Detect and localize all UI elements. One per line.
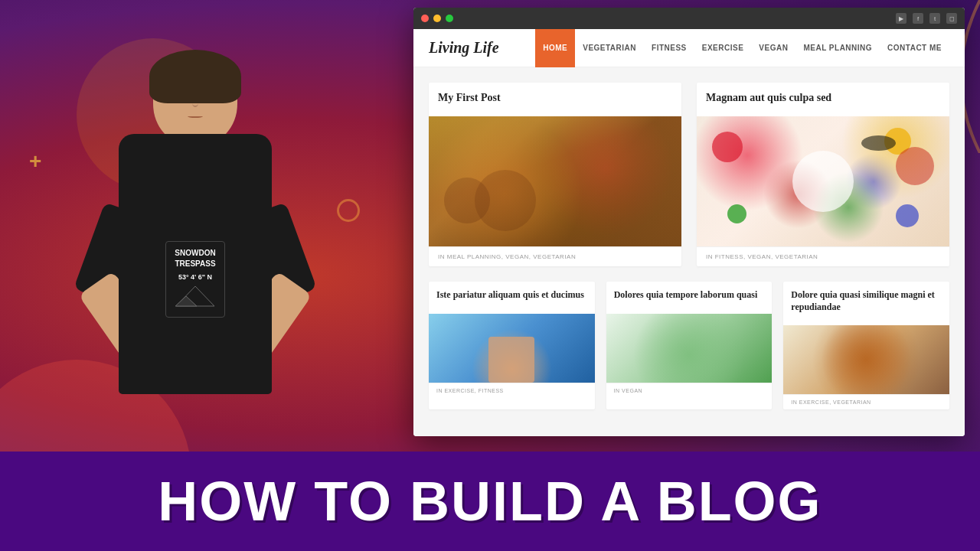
nav-meal-planning[interactable]: MEAL PLANNING (795, 29, 880, 67)
website-content: Living Life HOME VEGETARIAN FITNESS EXER… (413, 29, 965, 436)
small-post-1-title: Iste pariatur aliquam quis et ducimus (436, 289, 587, 302)
banner-text: HOW TO BUILD A BLOG (158, 470, 822, 533)
bottom-banner: HOW TO BUILD A BLOG (0, 452, 980, 551)
small-post-3-meta: IN EXERCISE, VEGETARIAN (783, 394, 949, 409)
featured-posts-row: My First Post IN MEAL PLANNING, VEGAN, V… (429, 83, 949, 266)
post-1-meta: IN MEAL PLANNING, VEGAN, VEGETARIAN (429, 246, 681, 266)
browser-social-icons: ▶ f t ◻ (896, 13, 957, 24)
small-post-1-meta: IN EXERCISE, FITNESS (429, 383, 595, 398)
nav-contact[interactable]: CONTACT ME (880, 29, 949, 67)
small-post-3-image (783, 325, 949, 394)
svg-marker-1 (175, 296, 197, 306)
featured-post-2[interactable]: Magnam aut quis culpa sed I (697, 83, 949, 266)
featured-post-1[interactable]: My First Post IN MEAL PLANNING, VEGAN, V… (429, 83, 681, 266)
site-logo: Living Life (429, 39, 499, 57)
small-post-3-inner: Dolore quia quasi similique magni et rep… (783, 282, 949, 325)
post-2-title: Magnam aut quis culpa sed (706, 92, 940, 104)
nav-vegan[interactable]: VEGAN (751, 29, 795, 67)
facebook-icon[interactable]: f (913, 13, 923, 24)
post-1-title: My First Post (438, 92, 672, 104)
shirt-text: SNOWDON TRESPASS 53° 4' 6" N (165, 241, 225, 318)
small-post-2-inner: Dolores quia tempore laborum quasi (606, 282, 773, 314)
post-1-inner: My First Post (429, 83, 681, 116)
small-post-2-meta: IN VEGAN (606, 383, 773, 398)
small-post-1-inner: Iste pariatur aliquam quis et ducimus (429, 282, 595, 314)
nav-home[interactable]: HOME (535, 29, 575, 67)
browser-window: ▶ f t ◻ Living Life HOME VEGETARIAN FITN… (413, 8, 965, 436)
site-main-content: My First Post IN MEAL PLANNING, VEGAN, V… (413, 67, 965, 425)
small-post-2-title: Dolores quia tempore laborum quasi (614, 289, 765, 302)
small-post-1[interactable]: Iste pariatur aliquam quis et ducimus IN… (429, 282, 595, 409)
post-2-inner: Magnam aut quis culpa sed (697, 83, 949, 116)
post-1-image (429, 116, 681, 246)
person-hair (149, 50, 241, 103)
small-post-3-title: Dolore quia quasi similique magni et rep… (791, 289, 942, 313)
small-post-3[interactable]: Dolore quia quasi similique magni et rep… (783, 282, 949, 409)
twitter-icon[interactable]: t (929, 13, 940, 24)
small-post-1-image (429, 314, 595, 383)
site-header: Living Life HOME VEGETARIAN FITNESS EXER… (413, 29, 965, 67)
browser-minimize-dot[interactable] (433, 15, 441, 22)
post-2-image (697, 116, 949, 246)
nav-vegetarian[interactable]: VEGETARIAN (575, 29, 644, 67)
browser-toolbar: ▶ f t ◻ (413, 8, 965, 29)
person-body: SNOWDON TRESPASS 53° 4' 6" N (119, 134, 272, 394)
small-posts-row: Iste pariatur aliquam quis et ducimus IN… (429, 282, 949, 409)
post-2-meta: IN FITNESS, VEGAN, VEGETARIAN (697, 246, 949, 266)
nav-fitness[interactable]: FITNESS (644, 29, 694, 67)
youtube-icon[interactable]: ▶ (896, 13, 906, 24)
small-post-2[interactable]: Dolores quia tempore laborum quasi IN VE… (606, 282, 773, 409)
nav-exercise[interactable]: EXERCISE (694, 29, 752, 67)
site-navigation: HOME VEGETARIAN FITNESS EXERCISE VEGAN M… (535, 29, 949, 67)
instagram-icon[interactable]: ◻ (946, 13, 957, 24)
browser-close-dot[interactable] (421, 15, 429, 22)
browser-maximize-dot[interactable] (446, 15, 453, 22)
small-post-2-image (606, 314, 773, 383)
